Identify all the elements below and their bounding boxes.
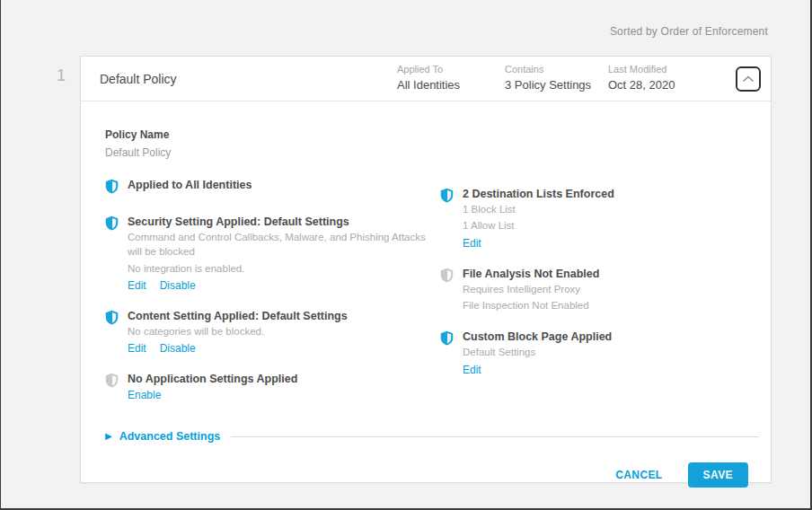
advanced-settings-label: Advanced Settings: [119, 430, 221, 443]
shield-icon: [440, 188, 454, 207]
setting-description: 1 Block List: [463, 202, 749, 216]
advanced-settings-row: ▶ Advanced Settings: [105, 430, 759, 443]
setting-description: Requires Intelligent Proxy: [463, 282, 749, 296]
policy-card-body: Policy Name Default Policy Applied to Al…: [81, 101, 771, 506]
last-modified-value: Oct 28, 2020: [608, 78, 675, 92]
setting-destination-lists: 2 Destination Lists Enforced 1 Block Lis…: [440, 188, 749, 250]
edit-link[interactable]: Edit: [463, 237, 481, 250]
settings-columns: Applied to All Identities Security Setti…: [105, 179, 749, 419]
shield-icon: [440, 330, 454, 349]
shield-icon: [105, 215, 119, 234]
divider: [231, 436, 759, 437]
policy-name-label: Policy Name: [105, 128, 749, 141]
shield-icon: [105, 373, 119, 391]
policy-card-header: Default Policy Applied To All Identities…: [81, 57, 771, 101]
setting-title: Security Setting Applied: Default Settin…: [128, 215, 440, 228]
policy-name-block: Policy Name Default Policy: [105, 128, 749, 159]
setting-title: Custom Block Page Applied: [463, 330, 749, 343]
setting-title: Applied to All Identities: [128, 179, 440, 191]
enable-link[interactable]: Enable: [128, 389, 161, 401]
app-background: Sorted by Order of Enforcement 1 Default…: [0, 0, 812, 510]
contains-value: 3 Policy Settings: [505, 78, 591, 92]
shield-icon: [440, 268, 454, 286]
setting-description: File Inspection Not Enabled: [463, 298, 749, 312]
card-footer: CANCEL SAVE: [105, 462, 749, 488]
shield-icon: [105, 310, 119, 329]
setting-description: Default Settings: [463, 345, 749, 359]
header-col-last-modified: Last Modified Oct 28, 2020: [608, 64, 675, 92]
policy-name-value: Default Policy: [105, 146, 749, 159]
contains-label: Contains: [505, 64, 591, 75]
applied-to-label: Applied To: [397, 64, 460, 75]
setting-title: No Application Settings Applied: [128, 373, 440, 385]
setting-applied-identities: Applied to All Identities: [105, 179, 440, 198]
setting-description: No categories will be blocked.: [128, 324, 426, 339]
setting-file-analysis: File Analysis Not Enabled Requires Intel…: [440, 268, 749, 313]
setting-security: Security Setting Applied: Default Settin…: [105, 215, 440, 292]
settings-column-right: 2 Destination Lists Enforced 1 Block Lis…: [440, 188, 749, 419]
setting-content: Content Setting Applied: Default Setting…: [105, 310, 440, 355]
disable-link[interactable]: Disable: [160, 279, 196, 292]
header-col-applied-to: Applied To All Identities: [397, 64, 460, 92]
setting-title: Content Setting Applied: Default Setting…: [128, 310, 440, 322]
setting-block-page: Custom Block Page Applied Default Settin…: [440, 330, 749, 375]
edit-link[interactable]: Edit: [128, 342, 146, 355]
policy-card: Default Policy Applied To All Identities…: [80, 56, 772, 483]
edit-link[interactable]: Edit: [128, 279, 146, 292]
triangle-right-icon: ▶: [105, 432, 112, 441]
policy-order-number: 1: [57, 66, 66, 85]
save-button[interactable]: SAVE: [688, 462, 748, 488]
cancel-button[interactable]: CANCEL: [615, 469, 662, 481]
setting-description: 1 Allow List: [463, 218, 749, 233]
header-col-contains: Contains 3 Policy Settings: [505, 64, 591, 92]
shield-icon: [105, 179, 119, 198]
collapse-policy-button[interactable]: [736, 66, 761, 92]
policy-title: Default Policy: [100, 72, 177, 86]
disable-link[interactable]: Disable: [160, 342, 196, 355]
setting-title: 2 Destination Lists Enforced: [463, 188, 749, 200]
last-modified-label: Last Modified: [608, 64, 675, 75]
settings-column-left: Applied to All Identities Security Setti…: [105, 179, 440, 419]
applied-to-value: All Identities: [397, 78, 460, 92]
sorted-by-label: Sorted by Order of Enforcement: [610, 25, 768, 38]
edit-link[interactable]: Edit: [463, 364, 481, 376]
advanced-settings-toggle[interactable]: ▶ Advanced Settings: [105, 430, 220, 443]
setting-description: Command and Control Callbacks, Malware, …: [128, 230, 426, 259]
setting-title: File Analysis Not Enabled: [463, 268, 749, 280]
setting-description: No integration is enabled.: [128, 261, 426, 276]
setting-application: No Application Settings Applied Enable: [105, 373, 440, 401]
chevron-up-icon: [742, 75, 755, 83]
